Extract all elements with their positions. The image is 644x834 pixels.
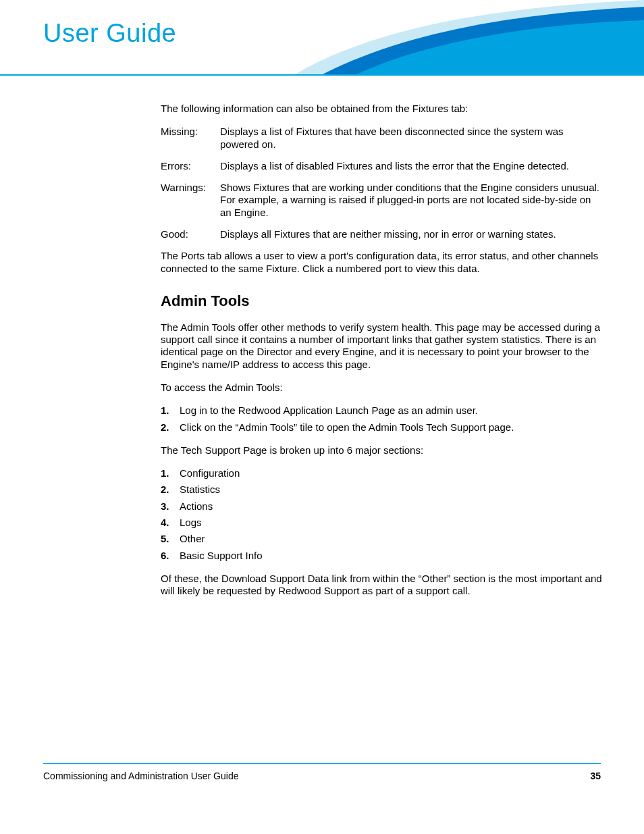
list-item: 6. Basic Support Info	[161, 550, 603, 562]
sections-list: 1. Configuration 2. Statistics 3. Action…	[161, 467, 603, 562]
definitions-list: Missing: Displays a list of Fixtures tha…	[161, 126, 603, 240]
content-area: The following information can also be ob…	[161, 103, 603, 608]
list-text: Configuration	[180, 467, 603, 479]
definition-label: Good:	[161, 228, 220, 240]
definition-label: Warnings:	[161, 182, 220, 219]
list-text: Basic Support Info	[180, 550, 603, 562]
footer-doc-title: Commissioning and Administration User Gu…	[43, 771, 238, 781]
ports-paragraph: The Ports tab allows a user to view a po…	[161, 250, 603, 275]
list-number: 1.	[161, 405, 180, 417]
definition-desc: Displays all Fixtures that are neither m…	[220, 228, 603, 240]
intro-paragraph: The following information can also be ob…	[161, 103, 603, 115]
list-number: 2.	[161, 484, 180, 496]
footer-page-number: 35	[590, 771, 601, 781]
list-number: 5.	[161, 533, 180, 545]
definition-desc: Displays a list of disabled Fixtures and…	[220, 160, 603, 172]
list-number: 1.	[161, 467, 180, 479]
section-paragraph-4: Of these, the Download Support Data link…	[161, 573, 603, 598]
list-text: Statistics	[180, 484, 603, 496]
definition-desc: Displays a list of Fixtures that have be…	[220, 126, 603, 151]
definition-label: Missing:	[161, 126, 220, 151]
page-header: User Guide	[0, 0, 644, 76]
list-number: 6.	[161, 550, 180, 562]
list-item: 4. Logs	[161, 517, 603, 529]
list-item: 2. Statistics	[161, 484, 603, 496]
definition-row: Missing: Displays a list of Fixtures tha…	[161, 126, 603, 151]
list-text: Logs	[180, 517, 603, 529]
list-text: Click on the “Admin Tools” tile to open …	[180, 421, 603, 434]
list-item: 3. Actions	[161, 500, 603, 513]
definition-row: Errors: Displays a list of disabled Fixt…	[161, 160, 603, 172]
list-text: Log in to the Redwood Application Launch…	[180, 405, 603, 417]
list-item: 1. Configuration	[161, 467, 603, 479]
list-item: 5. Other	[161, 533, 603, 545]
list-item: 2. Click on the “Admin Tools” tile to op…	[161, 421, 603, 434]
header-swoosh-graphic	[293, 0, 644, 76]
list-text: Other	[180, 533, 603, 545]
list-text: Actions	[180, 500, 603, 513]
page-footer: Commissioning and Administration User Gu…	[43, 763, 601, 781]
section-heading: Admin Tools	[161, 292, 603, 311]
list-number: 2.	[161, 421, 180, 434]
section-paragraph-2: To access the Admin Tools:	[161, 382, 603, 394]
page-title: User Guide	[43, 19, 176, 48]
definition-row: Warnings: Shows Fixtures that are workin…	[161, 182, 603, 219]
definition-label: Errors:	[161, 160, 220, 172]
section-paragraph-3: The Tech Support Page is broken up into …	[161, 444, 603, 457]
steps-list: 1. Log in to the Redwood Application Lau…	[161, 405, 603, 434]
list-item: 1. Log in to the Redwood Application Lau…	[161, 405, 603, 417]
list-number: 4.	[161, 517, 180, 529]
definition-desc: Shows Fixtures that are working under co…	[220, 182, 603, 219]
definition-row: Good: Displays all Fixtures that are nei…	[161, 228, 603, 240]
section-paragraph-1: The Admin Tools offer other methods to v…	[161, 321, 603, 371]
list-number: 3.	[161, 500, 180, 513]
